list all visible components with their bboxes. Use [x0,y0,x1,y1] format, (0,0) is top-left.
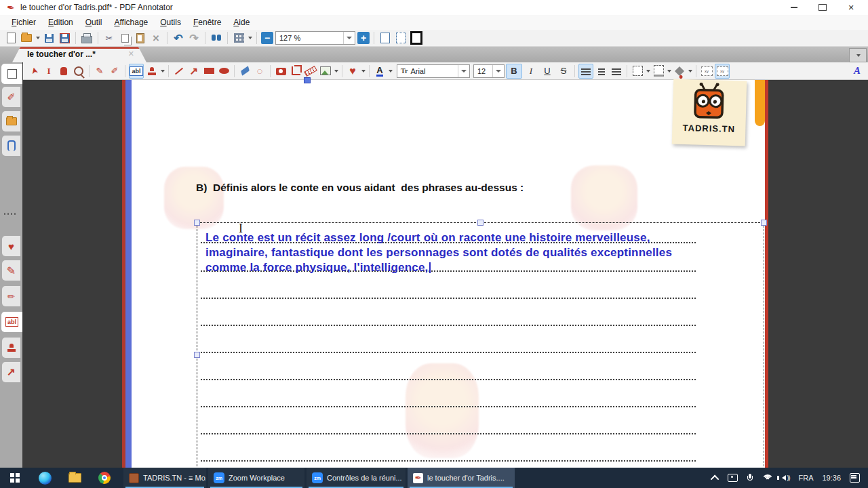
lasso-tool-button[interactable]: ◌ [253,64,267,78]
open-button[interactable] [20,31,33,45]
zoom-dropdown-icon[interactable] [343,32,355,44]
select-tool-button[interactable]: ➤ [27,64,41,78]
arrow-tool-button[interactable]: ↗ [187,64,201,78]
pan-tool-button[interactable] [57,64,71,78]
line-tool-button[interactable] [172,64,186,78]
textbox-border-left[interactable] [197,222,197,466]
screen-share-icon[interactable] [728,474,738,482]
search-button[interactable] [210,31,223,45]
fill-color-dropdown-icon[interactable] [688,70,692,73]
language-indicator[interactable]: FRA [798,474,813,482]
menu-outil[interactable]: Outil [79,15,108,30]
underline-button[interactable]: U [540,64,555,78]
rectangle-tool-button[interactable] [202,64,216,78]
paste-button[interactable] [134,31,147,45]
font-color-dropdown-icon[interactable] [389,70,393,73]
border-style-button[interactable] [631,64,644,78]
sidebar-attachments-tab[interactable] [2,136,20,156]
selection-handle-top-right[interactable] [761,220,767,226]
font-family-combobox[interactable]: Tr Arial [397,64,470,78]
insert-image-button[interactable] [319,64,332,78]
align-left-button[interactable] [578,64,593,79]
taskbar-button-pdf-annotator[interactable]: ✒ le toucher d'or Tadris.... [408,468,515,488]
zoom-tool-button[interactable] [72,64,85,78]
stamp-dropdown-icon[interactable] [161,70,165,73]
save-as-button[interactable] [58,31,71,45]
page-layout-dropdown-icon[interactable] [248,37,252,39]
tab-list-dropdown-button[interactable] [849,48,867,62]
cut-button[interactable]: ✂ [102,31,116,45]
menu-edition[interactable]: Edition [42,15,79,30]
font-size-combobox[interactable]: 12 [473,64,505,78]
font-color-button[interactable]: A [373,64,387,78]
fill-color-button[interactable] [673,64,686,78]
bold-button[interactable]: B [506,64,522,79]
box-style-button[interactable] [652,64,665,78]
new-document-button[interactable] [4,31,18,45]
marker-tool-button[interactable]: ✐ [108,64,121,78]
textbox-border-right[interactable] [764,222,764,466]
selection-handle-middle-left[interactable] [194,352,200,358]
align-center-button[interactable] [595,64,608,78]
autosize-off-button[interactable]: xy [700,64,713,78]
tray-expand-icon[interactable] [711,474,719,483]
font-family-dropdown-icon[interactable] [458,65,469,77]
edge-launcher[interactable] [30,468,60,488]
undo-button[interactable]: ↶ [172,31,185,45]
sidebar-favorites-tab[interactable]: ♥ [2,236,20,256]
close-button[interactable]: ✕ [837,0,865,15]
taskbar-button-tadris[interactable]: TADRIS.TN - ≡ Mo... [123,468,206,488]
menu-outils[interactable]: Outils [154,15,187,30]
full-page-view-button[interactable] [410,31,423,45]
sidebar-files-tab[interactable] [2,111,20,131]
eraser-tool-button[interactable] [238,64,252,78]
page-layout-button[interactable] [232,31,245,45]
maximize-button[interactable] [808,0,837,15]
sidebar-arrow-tab[interactable]: ↗ [2,362,20,382]
answer-text-line-3[interactable]: comme la force physique, l'intelligence, [205,261,431,274]
autosize-on-button[interactable]: xy [715,64,730,79]
favorites-dropdown-icon[interactable] [361,70,366,73]
minimize-button[interactable] [780,0,808,15]
redo-button[interactable]: ↷ [187,31,201,45]
document-tab[interactable]: le toucher d'or ...* ✕ [12,47,146,62]
start-button[interactable] [0,468,30,488]
stamp-tool-button[interactable] [145,64,159,78]
text-select-tool-button[interactable]: I [42,64,56,78]
print-button[interactable] [80,31,94,45]
tab-close-icon[interactable]: ✕ [128,49,134,58]
menu-affichage[interactable]: Affichage [108,15,154,30]
taskbar-button-zoom[interactable]: zm Zoom Workplace [208,468,304,488]
box-style-dropdown-icon[interactable] [667,70,671,73]
fit-width-button[interactable] [394,31,408,45]
favorites-button[interactable]: ♥ [346,64,359,78]
sidebar-pen-tab[interactable]: ✎ [2,260,20,281]
sidebar-pages-tab[interactable] [1,64,22,84]
insert-image-dropdown-icon[interactable] [334,70,338,73]
measure-button[interactable] [304,64,317,78]
menu-fenetre[interactable]: Fenêtre [187,15,227,30]
sidebar-pencil-tab[interactable]: ✏ [2,286,20,306]
copy-button[interactable] [118,31,132,45]
align-right-button[interactable] [610,64,623,78]
taskbar-button-meeting-controls[interactable]: zm Contrôles de la réuni... [307,468,406,488]
action-center-icon[interactable] [850,473,860,483]
sidebar-text-tool-tab[interactable]: abl [1,312,22,332]
snapshot-button[interactable] [274,64,288,78]
file-explorer-launcher[interactable] [60,468,90,488]
selection-handle-top-middle[interactable] [477,220,484,226]
menu-fichier[interactable]: Fichier [5,15,42,30]
text-direction-button[interactable]: A [850,64,864,78]
selection-handle-top-left[interactable] [194,220,200,226]
text-tool-button[interactable]: abl [129,64,144,79]
border-style-dropdown-icon[interactable] [646,70,650,73]
zoom-out-button[interactable]: − [261,32,273,44]
answer-text-line-1[interactable]: Le conte est un récit assez long /court … [205,231,650,245]
fit-page-button[interactable] [378,31,392,45]
microphone-icon[interactable] [747,474,753,483]
italic-button[interactable]: I [524,64,538,78]
open-dropdown-icon[interactable] [36,37,40,39]
crop-button[interactable] [289,64,302,78]
chrome-launcher[interactable] [90,468,119,488]
sidebar-stamp-tab[interactable] [2,338,20,358]
